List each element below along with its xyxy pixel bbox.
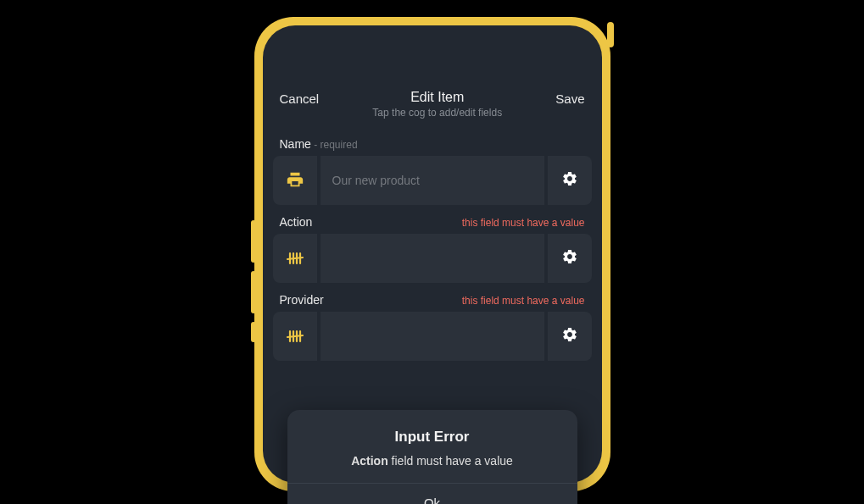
phone-power-button xyxy=(607,22,614,47)
modal-title: Input Error xyxy=(304,429,560,446)
gear-icon xyxy=(561,170,578,191)
modal-message: Action field must have a value xyxy=(304,454,560,468)
phone-volume-down xyxy=(251,271,256,313)
field-name: Name - required Our new product xyxy=(263,127,602,205)
phone-mute-switch xyxy=(251,322,256,342)
save-button[interactable]: Save xyxy=(555,90,584,106)
gear-icon xyxy=(561,248,578,269)
name-settings-button[interactable] xyxy=(548,156,592,205)
field-provider: Provider this field must have a value xyxy=(263,283,602,361)
field-name-label: Name - required xyxy=(280,137,358,151)
header: Cancel Edit Item Tap the cog to add/edit… xyxy=(263,25,602,127)
printer-icon xyxy=(273,156,317,205)
gear-icon xyxy=(561,326,578,346)
page-title: Edit Item xyxy=(372,90,502,105)
modal-ok-button[interactable]: Ok xyxy=(287,483,577,504)
tally-icon xyxy=(273,234,317,283)
action-input[interactable] xyxy=(321,234,544,283)
phone-frame: Cancel Edit Item Tap the cog to add/edit… xyxy=(254,17,610,491)
error-modal: Input Error Action field must have a val… xyxy=(287,410,577,504)
field-action: Action this field must have a value xyxy=(263,205,602,283)
tally-icon xyxy=(273,312,317,361)
field-action-label: Action xyxy=(280,215,313,229)
phone-volume-up xyxy=(251,220,256,263)
provider-settings-button[interactable] xyxy=(548,312,592,361)
provider-input[interactable] xyxy=(321,312,544,361)
action-settings-button[interactable] xyxy=(548,234,592,283)
header-center: Edit Item Tap the cog to add/edit fields xyxy=(372,90,502,119)
cancel-button[interactable]: Cancel xyxy=(280,90,320,106)
field-action-error: this field must have a value xyxy=(462,217,585,229)
field-provider-label: Provider xyxy=(280,293,324,307)
page-subtitle: Tap the cog to add/edit fields xyxy=(372,107,502,119)
name-input[interactable]: Our new product xyxy=(321,156,544,205)
field-provider-error: this field must have a value xyxy=(462,295,585,307)
